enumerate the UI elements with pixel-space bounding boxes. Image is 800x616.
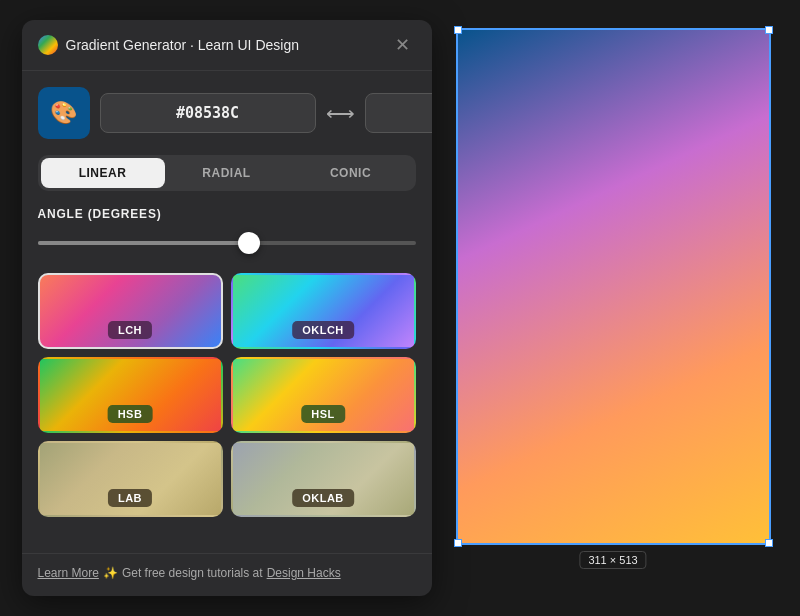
handle-bottom-left[interactable] <box>454 539 462 547</box>
type-btn-conic[interactable]: CONIC <box>289 158 413 188</box>
left-hex-input[interactable] <box>100 93 316 133</box>
handle-bottom-right[interactable] <box>765 539 773 547</box>
palette-icon-left: 🎨 <box>50 100 77 126</box>
angle-slider-container[interactable] <box>38 231 416 255</box>
mode-label-lab: LAB <box>108 489 152 507</box>
gradient-type-row: LINEAR RADIAL CONIC <box>38 155 416 191</box>
handle-top-left[interactable] <box>454 26 462 34</box>
learn-more-link[interactable]: Learn More <box>38 566 99 580</box>
mode-card-lch[interactable]: LCH <box>38 273 223 349</box>
mode-label-hsl: HSL <box>301 405 345 423</box>
sparkle-icon: ✨ <box>103 566 118 580</box>
preview-border: 311 × 513 <box>456 28 771 545</box>
mode-label-hsb: HSB <box>108 405 153 423</box>
mode-card-lab[interactable]: LAB <box>38 441 223 517</box>
dimension-badge: 311 × 513 <box>579 551 646 569</box>
color-mode-grid: LCH OKLCH HSB HSL LAB OKLAB <box>38 273 416 517</box>
panel-body: 🎨 ⟷ 🎨 LINEAR RADIAL CONIC ANGLE (DEGREES… <box>22 71 432 553</box>
header-left: Gradient Generator · Learn UI Design <box>38 35 299 55</box>
angle-label: ANGLE (DEGREES) <box>38 207 416 221</box>
slider-thumb[interactable] <box>238 232 260 254</box>
mode-label-lch: LCH <box>108 321 152 339</box>
main-container: Gradient Generator · Learn UI Design ✕ 🎨… <box>6 4 795 612</box>
mode-card-oklab[interactable]: OKLAB <box>231 441 416 517</box>
preview-container: 311 × 513 <box>448 20 779 557</box>
left-color-swatch[interactable]: 🎨 <box>38 87 90 139</box>
mode-label-oklab: OKLAB <box>292 489 354 507</box>
footer-description: Get free design tutorials at <box>122 566 263 580</box>
right-hex-input[interactable] <box>365 93 432 133</box>
panel-header: Gradient Generator · Learn UI Design ✕ <box>22 20 432 71</box>
slider-track <box>38 241 416 245</box>
swap-icon[interactable]: ⟷ <box>326 101 355 125</box>
slider-fill <box>38 241 250 245</box>
type-btn-radial[interactable]: RADIAL <box>165 158 289 188</box>
mode-card-hsl[interactable]: HSL <box>231 357 416 433</box>
panel-footer: Learn More ✨ Get free design tutorials a… <box>22 553 432 596</box>
handle-top-right[interactable] <box>765 26 773 34</box>
panel-title: Gradient Generator · Learn UI Design <box>66 37 299 53</box>
type-btn-linear[interactable]: LINEAR <box>41 158 165 188</box>
mode-label-oklch: OKLCH <box>292 321 354 339</box>
design-hacks-link[interactable]: Design Hacks <box>267 566 341 580</box>
mode-card-oklch[interactable]: OKLCH <box>231 273 416 349</box>
color-row: 🎨 ⟷ 🎨 <box>38 87 416 139</box>
left-panel: Gradient Generator · Learn UI Design ✕ 🎨… <box>22 20 432 596</box>
close-button[interactable]: ✕ <box>389 34 416 56</box>
gradient-preview <box>458 30 769 543</box>
mode-card-hsb[interactable]: HSB <box>38 357 223 433</box>
g-logo-icon <box>38 35 58 55</box>
